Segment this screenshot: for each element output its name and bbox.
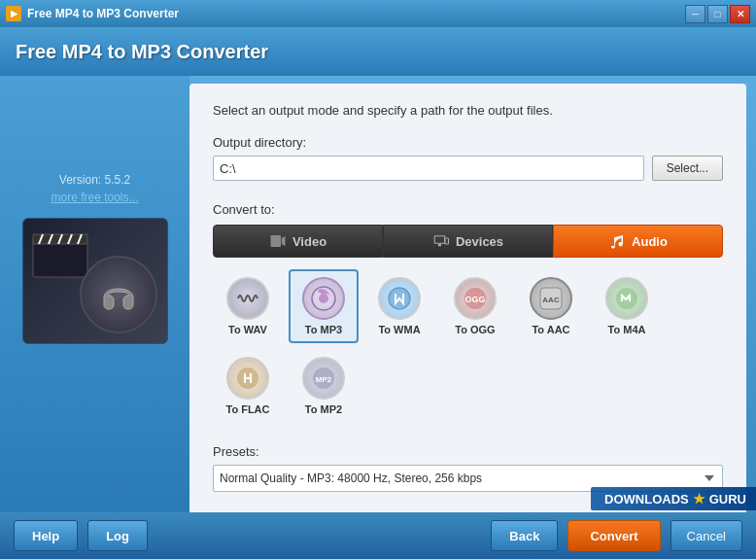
flac-icon (226, 357, 269, 400)
version-text: Version: 5.5.2 (59, 173, 130, 187)
ogg-label: To OGG (455, 324, 495, 335)
svg-text:OGG: OGG (464, 295, 485, 304)
format-m4a[interactable]: To M4A (592, 269, 662, 343)
audio-tab-icon (608, 232, 626, 250)
svg-rect-9 (438, 244, 441, 246)
cancel-button[interactable]: Cancel (670, 520, 742, 551)
watermark-text: DOWNLOADS (604, 492, 689, 507)
help-button[interactable]: Help (14, 520, 78, 551)
svg-text:MP2: MP2 (316, 375, 332, 384)
watermark: DOWNLOADS ★ GURU (591, 487, 756, 510)
watermark-dot: ★ (693, 491, 705, 507)
svg-rect-7 (270, 235, 281, 247)
svg-text:AAC: AAC (542, 296, 560, 304)
content-description: Select an output mode and specify a path… (213, 103, 723, 118)
title-bar: ▶ Free MP4 to MP3 Converter ─ □ ✕ (0, 0, 756, 27)
ogg-icon: OGG (454, 277, 497, 320)
maximize-button[interactable]: □ (707, 5, 728, 23)
tab-video-label: Video (292, 234, 326, 249)
back-button[interactable]: Back (491, 520, 558, 551)
window-title: Free MP4 to MP3 Converter (27, 7, 179, 20)
output-dir-row: Select... (213, 156, 723, 181)
presets-label: Presets: (213, 444, 723, 459)
mp3-icon (302, 277, 345, 320)
convert-button[interactable]: Convert (567, 520, 660, 551)
svg-rect-8 (434, 236, 445, 244)
tab-video[interactable]: Video (213, 225, 383, 258)
aac-label: To AAC (532, 324, 569, 335)
wav-icon (226, 277, 269, 320)
format-aac[interactable]: AAC To AAC (516, 269, 586, 343)
wma-icon (378, 277, 421, 320)
mp2-label: To MP2 (305, 403, 342, 415)
wav-label: To WAV (228, 324, 267, 335)
minimize-button[interactable]: ─ (685, 5, 705, 23)
more-tools-link[interactable]: more free tools... (51, 191, 138, 204)
format-mp2[interactable]: MP2 To MP2 (289, 349, 359, 423)
m4a-icon (605, 277, 648, 320)
format-flac[interactable]: To FLAC (213, 349, 283, 423)
output-dir-input[interactable] (213, 156, 644, 181)
bottom-bar: Help Log Back Convert Cancel (0, 512, 756, 559)
tab-audio-label: Audio (632, 234, 668, 249)
content-area: Select an output mode and specify a path… (189, 84, 746, 512)
format-grid: To WAV To MP3 (213, 269, 723, 423)
m4a-label: To M4A (608, 324, 646, 335)
app-header: Free MP4 to MP3 Converter (0, 27, 756, 76)
close-button[interactable]: ✕ (730, 5, 750, 23)
window-controls: ─ □ ✕ (685, 5, 750, 23)
format-mp3[interactable]: To MP3 (289, 269, 359, 343)
video-tab-icon (269, 232, 287, 250)
mp2-icon: MP2 (302, 357, 345, 400)
headphone-icon (80, 256, 157, 333)
aac-icon: AAC (530, 277, 572, 320)
svg-rect-10 (445, 238, 449, 244)
output-dir-label: Output directory: (213, 135, 723, 150)
format-wma[interactable]: To WMA (364, 269, 434, 343)
flac-label: To FLAC (225, 403, 269, 415)
clapperboard-icon (31, 227, 89, 280)
watermark-suffix: GURU (709, 492, 746, 507)
log-button[interactable]: Log (87, 520, 148, 551)
format-tabs: Video Devices Audio (213, 225, 723, 258)
select-button[interactable]: Select... (652, 156, 723, 181)
format-wav[interactable]: To WAV (213, 269, 283, 343)
devices-tab-icon (432, 232, 450, 250)
convert-to-label: Convert to: (213, 202, 723, 217)
app-header-title: Free MP4 to MP3 Converter (16, 41, 268, 63)
tab-audio[interactable]: Audio (553, 225, 723, 258)
mp3-label: To MP3 (305, 324, 342, 335)
tab-devices-label: Devices (456, 234, 503, 249)
format-ogg[interactable]: OGG To OGG (440, 269, 510, 343)
tab-devices[interactable]: Devices (383, 225, 553, 258)
wma-label: To WMA (378, 324, 420, 335)
sidebar-image (22, 218, 168, 344)
sidebar: Version: 5.5.2 more free tools... (0, 76, 189, 512)
main-layout: Version: 5.5.2 more free tools... (0, 76, 756, 512)
svg-point-12 (319, 294, 328, 303)
app-icon: ▶ (6, 6, 21, 21)
